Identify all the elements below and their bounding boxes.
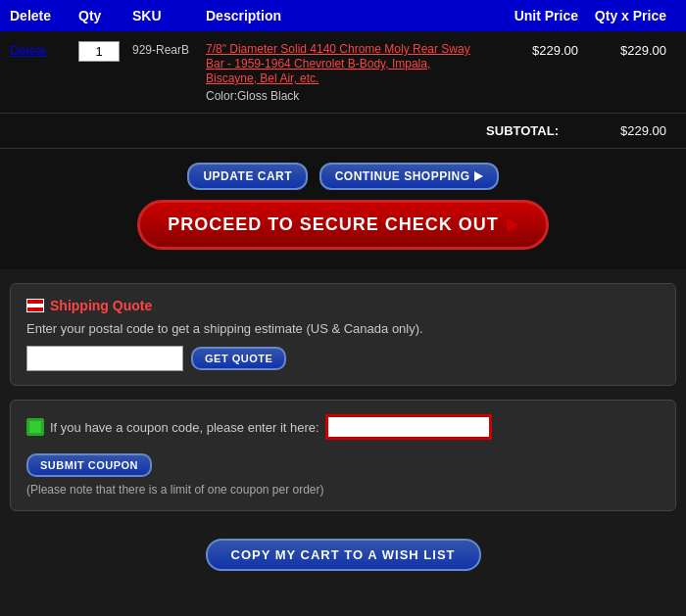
copy-cart-button[interactable]: COPY MY CART TO A WISH LIST <box>206 539 481 571</box>
coupon-note: (Please note that there is a limit of on… <box>26 483 660 497</box>
shipping-description: Enter your postal code to get a shipping… <box>26 321 660 336</box>
shipping-title-text: Shipping Quote <box>50 298 152 313</box>
cart-table-header: Delete Qty SKU Description Unit Price Qt… <box>0 0 686 31</box>
item-description-link[interactable]: 7/8" Diameter Solid 4140 Chrome Moly Rea… <box>206 42 470 85</box>
wishlist-section: COPY MY CART TO A WISH LIST <box>0 525 686 587</box>
continue-shopping-label: CONTINUE SHOPPING <box>335 169 470 183</box>
coupon-icon <box>26 418 44 436</box>
subtotal-value: $229.00 <box>578 123 676 138</box>
delete-item-link[interactable]: Delete <box>10 43 47 58</box>
continue-arrow-icon <box>474 171 483 181</box>
header-qty: Qty <box>78 8 132 24</box>
shipping-quote-section: Shipping Quote Enter your postal code to… <box>10 283 676 386</box>
item-unit-price: $229.00 <box>470 41 578 58</box>
update-cart-button[interactable]: UPDATE CART <box>187 163 308 190</box>
checkout-label: PROCEED TO SECURE CHECK OUT <box>168 214 499 235</box>
get-quote-button[interactable]: GET QUOTE <box>191 347 286 370</box>
item-color: Color:Gloss Black <box>206 89 470 103</box>
continue-shopping-button[interactable]: CONTINUE SHOPPING <box>319 163 499 190</box>
header-qty-x-price: Qty x Price <box>578 8 676 24</box>
coupon-code-input[interactable] <box>325 414 492 440</box>
shipping-title: Shipping Quote <box>26 298 660 313</box>
postal-code-input[interactable] <box>26 346 183 371</box>
header-description: Description <box>206 8 470 24</box>
header-delete: Delete <box>10 8 78 24</box>
checkout-button[interactable]: PROCEED TO SECURE CHECK OUT <box>137 200 549 250</box>
cart-actions: UPDATE CART CONTINUE SHOPPING PROCEED TO… <box>0 149 686 269</box>
item-description: 7/8" Diameter Solid 4140 Chrome Moly Rea… <box>206 41 470 103</box>
cart-item-row: Delete 929-RearB 7/8" Diameter Solid 414… <box>0 31 686 114</box>
coupon-label: If you have a coupon code, please enter … <box>50 420 319 435</box>
header-sku: SKU <box>132 8 206 24</box>
item-sku: 929-RearB <box>132 41 206 57</box>
submit-coupon-button[interactable]: SUBMIT COUPON <box>26 453 152 477</box>
flag-icon <box>26 299 44 312</box>
subtotal-label: SUBTOTAL: <box>486 123 559 138</box>
header-unit-price: Unit Price <box>470 8 578 24</box>
shipping-input-row: GET QUOTE <box>26 346 660 371</box>
quantity-input[interactable] <box>78 41 120 62</box>
checkout-arrow-icon <box>507 218 518 232</box>
coupon-section: If you have a coupon code, please enter … <box>10 400 676 511</box>
coupon-input-row: If you have a coupon code, please enter … <box>26 414 660 440</box>
item-qty-x-price: $229.00 <box>578 41 676 58</box>
subtotal-row: SUBTOTAL: $229.00 <box>0 114 686 149</box>
